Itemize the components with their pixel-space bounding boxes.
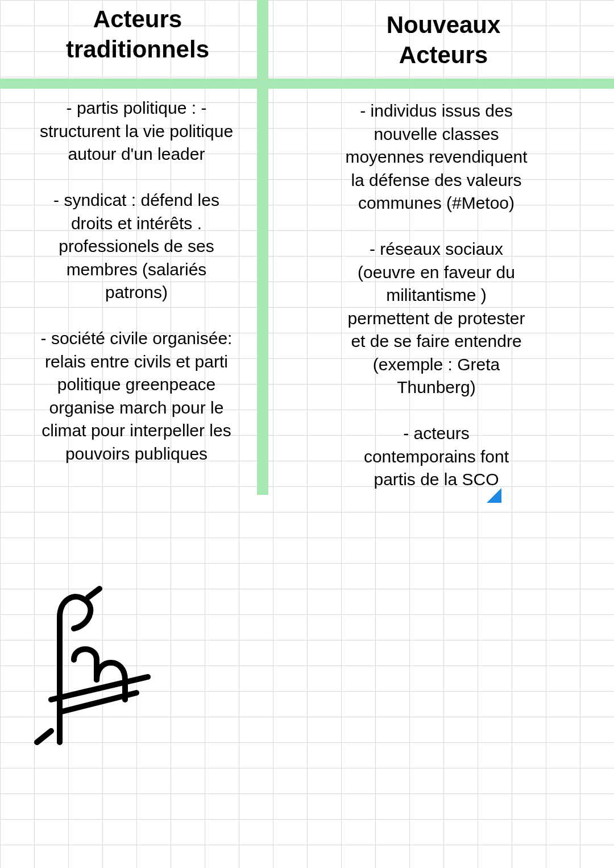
- resize-handle-icon[interactable]: [487, 488, 501, 503]
- page: Acteurs traditionnels Nouveaux Acteurs -…: [0, 0, 614, 868]
- column-body-right: - individus issus des nouvelle classes m…: [281, 100, 591, 491]
- column-title-left: Acteurs traditionnels: [27, 5, 248, 64]
- column-title-right: Nouveaux Acteurs: [296, 10, 591, 70]
- highlight-vertical: [257, 0, 268, 495]
- column-body-left: - partis politique : - structurent la vi…: [23, 97, 250, 465]
- highlight-horizontal: [0, 78, 614, 89]
- handwriting-fin: [20, 580, 173, 757]
